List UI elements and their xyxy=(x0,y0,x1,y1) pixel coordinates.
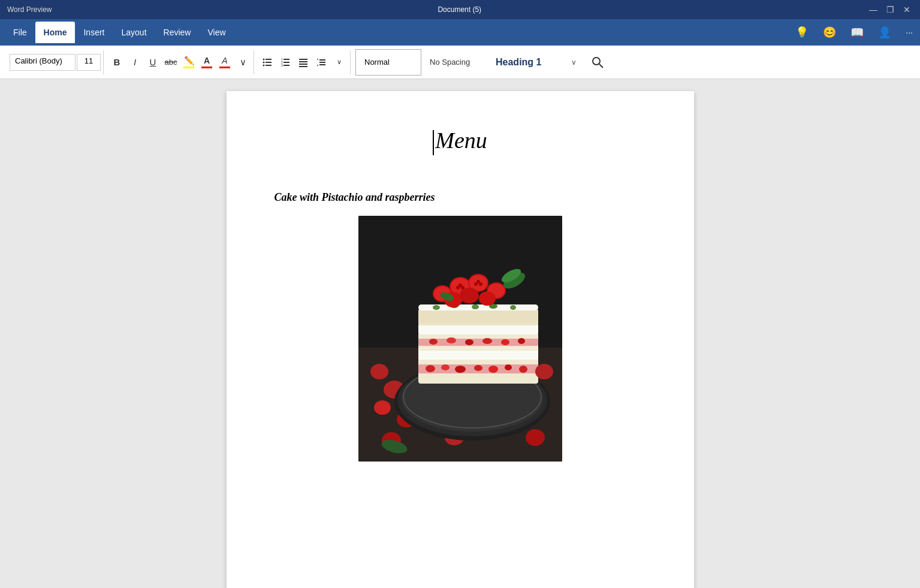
svg-point-51 xyxy=(482,338,492,344)
menu-insert[interactable]: Insert xyxy=(75,22,113,43)
svg-point-42 xyxy=(488,366,498,373)
align-icon xyxy=(298,58,308,67)
svg-point-48 xyxy=(429,339,438,345)
cake-illustration xyxy=(358,216,562,462)
more-icon[interactable]: ··· xyxy=(903,25,915,40)
font-color2-label: A xyxy=(222,56,227,65)
underline-label: U xyxy=(150,57,156,67)
paragraph-dropdown[interactable]: ∨ xyxy=(331,54,348,71)
svg-rect-7 xyxy=(283,62,289,63)
menu-view[interactable]: View xyxy=(199,22,234,43)
title-bar: Word Preview Document (5) — ❐ ✕ xyxy=(0,0,920,19)
font-color-button[interactable]: A xyxy=(198,54,215,71)
svg-point-21 xyxy=(593,58,600,65)
menu-home[interactable]: Home xyxy=(35,22,76,43)
svg-marker-19 xyxy=(317,58,318,60)
svg-rect-2 xyxy=(266,65,272,66)
svg-rect-12 xyxy=(299,59,307,60)
format-dropdown[interactable]: ∨ xyxy=(234,54,251,71)
underline-button[interactable]: U xyxy=(144,54,161,71)
menu-review[interactable]: Review xyxy=(155,22,200,43)
font-color2-wrap: A xyxy=(219,56,230,68)
font-color2-bar xyxy=(219,67,230,68)
menu-bar: File Home Insert Layout Review View 💡 😊 … xyxy=(0,19,920,46)
font-size-input[interactable]: 11 xyxy=(77,54,101,71)
cake-image xyxy=(358,216,562,462)
svg-point-78 xyxy=(474,282,478,286)
font-color2-button[interactable]: A xyxy=(216,54,233,71)
svg-point-71 xyxy=(479,291,496,306)
style-normal[interactable]: Normal xyxy=(355,49,421,76)
svg-point-43 xyxy=(505,364,512,370)
font-color-bar xyxy=(201,67,212,68)
svg-point-50 xyxy=(465,339,473,345)
strikethrough-label: abc xyxy=(165,58,177,67)
menu-bar-right: 💡 😊 📖 👤 ··· xyxy=(793,23,915,41)
svg-marker-20 xyxy=(317,65,318,67)
minimize-button[interactable]: — xyxy=(867,5,879,14)
svg-rect-13 xyxy=(299,61,307,62)
search-icon xyxy=(591,56,604,69)
line-spacing-icon xyxy=(316,58,326,67)
styles-dropdown[interactable]: ∨ xyxy=(565,49,582,76)
svg-point-26 xyxy=(374,400,391,415)
svg-point-44 xyxy=(519,366,527,373)
svg-rect-16 xyxy=(319,59,325,61)
bold-button[interactable]: B xyxy=(108,54,125,71)
numbered-list-button[interactable]: 123 xyxy=(277,54,294,71)
bullet-list-icon xyxy=(263,58,272,67)
svg-point-61 xyxy=(510,305,516,310)
svg-rect-55 xyxy=(418,309,538,325)
lightbulb-icon[interactable]: 💡 xyxy=(793,23,811,41)
strikethrough-button[interactable]: abc xyxy=(162,54,179,71)
menu-layout[interactable]: Layout xyxy=(113,22,155,43)
svg-point-53 xyxy=(518,338,525,344)
search-button[interactable] xyxy=(587,49,608,76)
svg-point-59 xyxy=(472,304,479,309)
maximize-button[interactable]: ❐ xyxy=(884,5,896,14)
svg-point-77 xyxy=(479,282,482,286)
svg-rect-17 xyxy=(319,62,325,63)
svg-point-52 xyxy=(501,339,509,345)
svg-point-85 xyxy=(526,429,545,446)
style-heading1[interactable]: Heading 1 xyxy=(487,49,565,76)
text-cursor xyxy=(433,130,434,155)
svg-rect-88 xyxy=(418,348,538,349)
user-icon[interactable]: 👤 xyxy=(876,23,894,41)
svg-rect-18 xyxy=(319,64,325,65)
emoji-icon[interactable]: 😊 xyxy=(821,23,838,41)
italic-button[interactable]: I xyxy=(126,54,143,71)
numbered-list-icon: 123 xyxy=(280,58,290,67)
document-subtitle: Cake with Pistachio and raspberries xyxy=(275,191,646,204)
document-area[interactable]: Menu Cake with Pistachio and raspberries xyxy=(0,79,920,588)
align-button[interactable] xyxy=(295,54,312,71)
svg-point-38 xyxy=(426,365,435,372)
book-icon[interactable]: 📖 xyxy=(848,23,866,41)
title-bar-title: Document (5) xyxy=(52,5,867,14)
svg-point-40 xyxy=(455,366,466,373)
svg-rect-8 xyxy=(283,65,289,66)
svg-rect-15 xyxy=(299,66,307,67)
svg-rect-0 xyxy=(266,59,272,60)
format-group: B I U abc ✏️ A A xyxy=(106,50,254,74)
svg-point-75 xyxy=(456,286,460,290)
svg-rect-6 xyxy=(283,59,289,60)
line-spacing-button[interactable] xyxy=(313,54,330,71)
svg-rect-14 xyxy=(299,64,307,65)
highlight-icon: ✏️ xyxy=(184,56,194,65)
close-button[interactable]: ✕ xyxy=(901,5,913,14)
highlight-color-bar xyxy=(183,67,194,68)
highlight-button[interactable]: ✏️ xyxy=(180,54,197,71)
svg-point-39 xyxy=(441,364,450,370)
style-no-spacing[interactable]: No Spacing xyxy=(421,49,487,76)
menu-file[interactable]: File xyxy=(5,22,35,43)
document-page: Menu Cake with Pistachio and raspberries xyxy=(227,91,694,588)
svg-line-22 xyxy=(599,64,603,68)
svg-point-41 xyxy=(474,365,482,371)
document-title: Menu xyxy=(275,127,646,155)
title-bar-controls: — ❐ ✕ xyxy=(867,5,913,14)
bullet-list-button[interactable] xyxy=(259,54,276,71)
font-group: Calibri (Body) 11 xyxy=(7,50,104,74)
font-name-dropdown[interactable]: Calibri (Body) xyxy=(10,54,76,71)
svg-text:3: 3 xyxy=(281,64,283,67)
